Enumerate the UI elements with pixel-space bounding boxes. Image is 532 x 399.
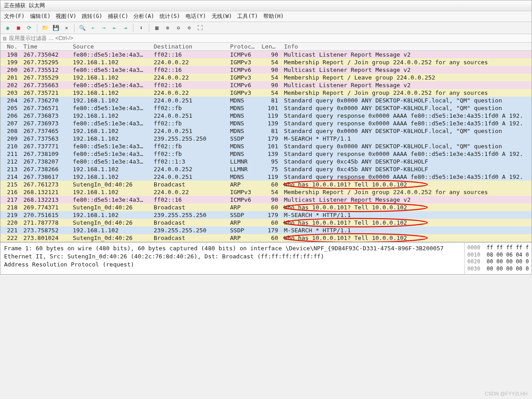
menu-item[interactable]: 视图(V): [56, 13, 76, 20]
packet-row[interactable]: 210267.737771fe80::d5e5:1e3e:4a3…ff02::f…: [0, 142, 532, 150]
cell-length: 139: [259, 120, 281, 127]
zoom-in-icon[interactable]: ⊕: [163, 23, 172, 32]
cell-time: 267.737563: [21, 135, 70, 142]
cell-dest: Broadcast: [151, 234, 227, 242]
col-length[interactable]: Length: [259, 43, 281, 50]
cell-time: 267.735721: [21, 89, 70, 97]
cell-no: 200: [0, 66, 21, 74]
packet-row[interactable]: 221273.758752192.168.1.102239.255.255.25…: [0, 226, 532, 234]
menu-item[interactable]: 帮助(H): [263, 13, 284, 20]
menu-item[interactable]: 统计(S): [160, 13, 180, 20]
packet-row[interactable]: 217268.132213fe80::d5e5:1e3e:4a3…ff02::1…: [0, 196, 532, 204]
menu-item[interactable]: 分析(A): [133, 13, 154, 20]
packet-bytes-pane[interactable]: 0000ff ff ff ff f001008 00 06 04 0002000…: [464, 243, 532, 274]
cell-source: fe80::d5e5:1e3e:4a3…: [70, 51, 151, 58]
cell-length: 90: [259, 196, 281, 204]
menu-item[interactable]: 电话(Y): [186, 13, 206, 20]
packet-row[interactable]: 219270.751615192.168.1.102239.255.255.25…: [0, 211, 532, 219]
packet-row[interactable]: 206267.736873192.168.1.102224.0.0.251MDN…: [0, 112, 532, 120]
go-back-icon[interactable]: ←: [89, 23, 98, 32]
packet-row[interactable]: 201267.735529192.168.1.102224.0.0.22IGMP…: [0, 74, 532, 81]
menu-item[interactable]: 捕获(C): [108, 13, 129, 20]
menu-item[interactable]: 无线(W): [212, 13, 232, 20]
separator: [37, 24, 37, 32]
cell-length: 54: [259, 188, 281, 196]
cell-source: 192.168.1.102: [70, 58, 151, 66]
col-time[interactable]: Time: [21, 43, 70, 50]
packet-row[interactable]: 222273.801024SutengIn_0d:40:26BroadcastA…: [0, 234, 532, 242]
colorize-icon[interactable]: ▦: [152, 23, 161, 32]
find-icon[interactable]: 🔍: [78, 23, 87, 32]
packet-row[interactable]: 199267.735295192.168.1.102224.0.0.22IGMP…: [0, 58, 532, 66]
packet-row[interactable]: 209267.737563192.168.1.102239.255.255.25…: [0, 135, 532, 142]
packet-row[interactable]: 212267.738207fe80::d5e5:1e3e:4a3…ff02::1…: [0, 158, 532, 165]
menu-item[interactable]: 编辑(E): [30, 13, 51, 20]
cell-no: 213: [0, 165, 21, 173]
menu-item[interactable]: 工具(T): [237, 13, 258, 20]
start-capture-icon[interactable]: ◉: [3, 23, 12, 32]
packet-details-tree[interactable]: Frame 1: 60 bytes on wire (480 bits), 60…: [0, 243, 464, 274]
close-icon[interactable]: ✕: [62, 23, 71, 32]
cell-protocol: ICMPv6: [227, 81, 259, 89]
cell-protocol: ICMPv6: [227, 66, 259, 74]
cell-time: 267.737465: [21, 127, 70, 135]
stop-capture-icon[interactable]: ■: [14, 23, 23, 32]
col-info[interactable]: Info: [281, 43, 532, 50]
packet-row[interactable]: 214267.738617192.168.1.102224.0.0.251MDN…: [0, 173, 532, 181]
cell-dest: ff02::fb: [151, 104, 227, 112]
cell-length: 54: [259, 58, 281, 66]
packet-row[interactable]: 205267.736571fe80::d5e5:1e3e:4a3…ff02::f…: [0, 104, 532, 112]
packet-row[interactable]: 211267.738109fe80::d5e5:1e3e:4a3…ff02::f…: [0, 150, 532, 158]
go-forward-icon[interactable]: →: [99, 23, 108, 32]
bookmark-icon[interactable]: ▤: [3, 35, 6, 41]
zoom-reset-icon[interactable]: ⊜: [185, 23, 194, 32]
col-source[interactable]: Source: [70, 43, 151, 50]
cell-dest: ff02::16: [151, 196, 227, 204]
zoom-out-icon[interactable]: ⊖: [174, 23, 183, 32]
restart-capture-icon[interactable]: ⟳: [25, 23, 34, 32]
cell-protocol: MDNS: [227, 142, 259, 150]
cell-length: 90: [259, 66, 281, 74]
packet-row[interactable]: 204267.736270192.168.1.102224.0.0.251MDN…: [0, 97, 532, 104]
resize-columns-icon[interactable]: ⛶: [195, 23, 204, 32]
cell-source: SutengIn_0d:40:26: [70, 181, 151, 188]
cell-info: Membership Report / Join group 224.0.0.2…: [281, 89, 532, 97]
cell-protocol: ARP: [227, 204, 259, 211]
save-file-icon[interactable]: 💾: [51, 23, 60, 32]
cell-no: 204: [0, 97, 21, 104]
cell-time: 268.132121: [21, 188, 70, 196]
cell-time: 267.735529: [21, 74, 70, 81]
packet-row[interactable]: 215267.761273SutengIn_0d:40:26BroadcastA…: [0, 181, 532, 188]
cell-length: 75: [259, 165, 281, 173]
cell-info: Standard query 0x0000 ANY DESKTOP-K8LHOL…: [281, 127, 532, 135]
jump-first-icon[interactable]: ⇤: [110, 23, 119, 32]
cell-protocol: SSDP: [227, 135, 259, 142]
display-filter-input[interactable]: [9, 35, 529, 41]
arp-summary-line: Address Resolution Protocol (request): [4, 261, 461, 269]
cell-protocol: MDNS: [227, 104, 259, 112]
cell-source: fe80::d5e5:1e3e:4a3…: [70, 196, 151, 204]
cell-no: 214: [0, 173, 21, 181]
cell-length: 60: [259, 219, 281, 226]
jump-last-icon[interactable]: ⇥: [121, 23, 130, 32]
packet-row[interactable]: 207267.736973fe80::d5e5:1e3e:4a3…ff02::f…: [0, 120, 532, 127]
packet-row[interactable]: 220271.787778SutengIn_0d:40:26BroadcastA…: [0, 219, 532, 226]
col-no[interactable]: No.: [0, 43, 21, 50]
autoscroll-icon[interactable]: ⬇: [137, 23, 146, 32]
col-dest[interactable]: Destination: [151, 43, 227, 50]
packet-row[interactable]: 202267.735663fe80::d5e5:1e3e:4a3…ff02::1…: [0, 81, 532, 89]
col-protocol[interactable]: Protocol: [227, 43, 259, 50]
packet-row[interactable]: 208267.737465192.168.1.102224.0.0.251MDN…: [0, 127, 532, 135]
packet-row[interactable]: 216268.132121192.168.1.102224.0.0.22IGMP…: [0, 188, 532, 196]
packet-row[interactable]: 213267.738266192.168.1.102224.0.0.252LLM…: [0, 165, 532, 173]
cell-protocol: MDNS: [227, 120, 259, 127]
open-file-icon[interactable]: 📁: [40, 23, 49, 32]
packet-row[interactable]: 200267.735512fe80::d5e5:1e3e:4a3…ff02::1…: [0, 66, 532, 74]
packet-row[interactable]: 198267.735042fe80::d5e5:1e3e:4a3…ff02::1…: [0, 51, 532, 58]
packet-row[interactable]: 218269.774371SutengIn_0d:40:26BroadcastA…: [0, 204, 532, 211]
cell-protocol: MDNS: [227, 112, 259, 120]
menu-item[interactable]: 文件(F): [4, 13, 25, 20]
packet-row[interactable]: 203267.735721192.168.1.102224.0.0.22IGMP…: [0, 89, 532, 97]
menu-item[interactable]: 跳转(G): [82, 13, 102, 20]
cell-protocol: ARP: [227, 219, 259, 226]
